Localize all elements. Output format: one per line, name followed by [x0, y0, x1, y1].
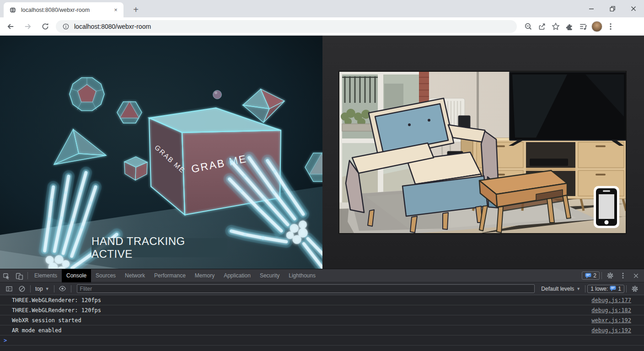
issues-bubble-icon [585, 273, 591, 279]
webxr-scene[interactable]: GRAB ME GRAB ME [0, 36, 322, 269]
hand-tracking-banner: HAND TRACKING ACTIVE [91, 238, 227, 257]
devtools-tab-application[interactable]: Application [219, 269, 255, 282]
window-controls [581, 0, 644, 17]
media-controls-icon[interactable] [576, 20, 590, 33]
console-prompt-chevron: > [4, 337, 7, 344]
close-window-icon[interactable] [623, 0, 644, 17]
devtools-tab-elements[interactable]: Elements [30, 269, 62, 282]
forward-icon[interactable] [21, 20, 35, 33]
tab-title: localhost:8080/webxr-room [21, 7, 112, 13]
console-settings-gear-icon[interactable] [628, 282, 641, 295]
inspect-element-icon[interactable] [0, 269, 13, 282]
devtools-close-icon[interactable] [629, 269, 642, 282]
console-source-link[interactable]: webxr.js:192 [591, 317, 631, 324]
share-icon[interactable] [535, 20, 549, 33]
console-message-row: THREE.WebGLRenderer: 120fps debug.js:182 [0, 305, 644, 315]
browser-tab[interactable]: localhost:8080/webxr-room × [4, 2, 123, 17]
avatar [591, 21, 602, 32]
browser-menu-icon[interactable] [604, 20, 617, 33]
devtools-tab-lighthouse[interactable]: Lighthouns [284, 269, 320, 282]
devtools-menu-icon[interactable] [617, 269, 629, 282]
new-tab-button[interactable]: + [130, 4, 142, 16]
bookmark-star-icon[interactable] [549, 20, 563, 33]
devtools-tabbar: Elements Console Sources Network Perform… [0, 269, 644, 282]
console-sidebar-toggle-icon[interactable] [3, 282, 16, 295]
tab-close-icon[interactable]: × [112, 6, 120, 14]
console-source-link[interactable]: debug.js:182 [591, 307, 631, 314]
page-viewport: GRAB ME GRAB ME [0, 36, 644, 269]
console-message-row: AR mode enabled debug.js:192 [0, 325, 644, 335]
page-info-icon[interactable] [62, 23, 70, 30]
devtools-panel: Elements Console Sources Network Perform… [0, 269, 644, 351]
browser-tabstrip: localhost:8080/webxr-room × + [0, 0, 644, 17]
context-selector[interactable]: top▼ [32, 286, 52, 292]
television [509, 72, 627, 146]
console-source-link[interactable]: debug.js:192 [591, 327, 631, 334]
ar-view-pane [322, 36, 644, 269]
url-text[interactable]: localhost:8080/webxr-room [74, 23, 151, 30]
console-toolbar: top▼ Default levels▼ 1 lowe: 1 [0, 282, 644, 295]
console-message-row: THREE.WebGLRenderer: 120fps debug.js:177 [0, 295, 644, 305]
reload-icon[interactable] [38, 20, 52, 33]
devtools-tab-security[interactable]: Security [255, 269, 284, 282]
extensions-puzzle-icon[interactable] [563, 20, 576, 33]
console-message-text: THREE.WebGLRenderer: 120fps [12, 307, 101, 314]
profile-avatar[interactable] [590, 20, 604, 33]
restore-icon[interactable] [602, 0, 623, 17]
console-message-row: WebXR session started webxr.js:192 [0, 315, 644, 325]
browser-toolbar: localhost:8080/webxr-room [0, 17, 644, 36]
small-sphere-shape[interactable] [213, 90, 222, 99]
devtools-settings-gear-icon[interactable] [604, 269, 617, 282]
console-message-text: WebXR session started [12, 317, 81, 324]
console-message-text: AR mode enabled [12, 327, 61, 334]
phone-ar-indicator[interactable] [594, 186, 619, 228]
device-toolbar-icon[interactable] [13, 269, 26, 282]
console-messages: THREE.WebGLRenderer: 120fps debug.js:177… [0, 295, 644, 346]
issues-bubble-icon [610, 286, 616, 292]
minimize-icon[interactable] [581, 0, 602, 17]
toolbar-actions [521, 20, 617, 33]
chevron-down-icon: ▼ [576, 287, 580, 291]
favicon-globe-icon [9, 6, 16, 14]
issues-counter[interactable]: 2 [582, 271, 600, 280]
console-prompt[interactable]: > [0, 335, 644, 346]
clear-console-icon[interactable] [16, 282, 28, 295]
console-filter-input[interactable] [77, 284, 535, 293]
devtools-tab-memory[interactable]: Memory [190, 269, 219, 282]
devtools-tab-network[interactable]: Network [120, 269, 150, 282]
back-icon[interactable] [4, 20, 17, 33]
chevron-down-icon: ▼ [45, 287, 49, 291]
live-expression-eye-icon[interactable] [56, 282, 69, 295]
console-source-link[interactable]: debug.js:177 [591, 297, 631, 303]
ar-room-image [338, 71, 627, 234]
console-message-text: THREE.WebGLRenderer: 120fps [12, 297, 101, 303]
devtools-tab-performance[interactable]: Performance [150, 269, 190, 282]
devtools-tab-console[interactable]: Console [62, 269, 91, 282]
devtools-tab-sources[interactable]: Sources [91, 269, 120, 282]
log-levels-selector[interactable]: Default levels▼ [538, 286, 583, 292]
zoom-out-icon[interactable] [521, 20, 535, 33]
address-bar[interactable]: localhost:8080/webxr-room [56, 20, 517, 33]
brick-wall-strip [419, 71, 429, 106]
dodecahedron-shape[interactable] [70, 78, 104, 111]
issues-pill[interactable]: 1 lowe: 1 [587, 285, 624, 293]
